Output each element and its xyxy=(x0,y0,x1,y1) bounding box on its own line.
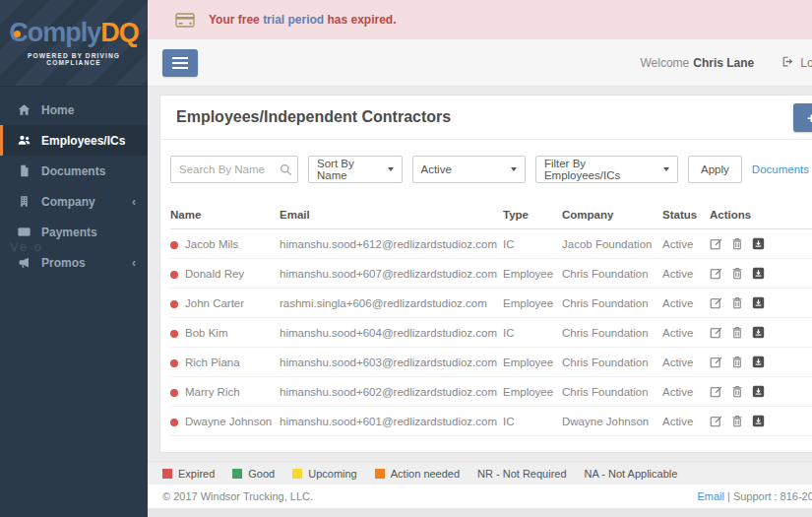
home-icon xyxy=(18,103,31,117)
sidebar-item-label: Company xyxy=(41,195,95,209)
sidebar: ComplyDQ POWERED BY DRIVING COMPLIANCE H… xyxy=(0,0,148,517)
brand-logo-dot xyxy=(14,31,21,37)
edit-icon[interactable] xyxy=(710,237,722,250)
legend-label: Expired xyxy=(178,468,215,480)
legend-label: Action needed xyxy=(391,468,460,480)
employee-email-cell: himanshu.sood+602@redlizardstudioz.com xyxy=(280,377,503,407)
status-select[interactable]: Active xyxy=(412,156,526,183)
employee-name-cell: John Carter xyxy=(170,289,280,318)
employee-name: Bob Kim xyxy=(185,327,227,339)
edit-icon[interactable] xyxy=(710,355,722,368)
employee-type-cell: Employee xyxy=(503,348,562,377)
employee-email-cell: himanshu.sood+601@redlizardstudioz.com xyxy=(280,407,503,436)
legend-expired: Expired xyxy=(162,468,215,480)
employee-email-cell: himanshu.sood+603@redlizardstudioz.com xyxy=(280,348,503,377)
card-header: Employees/Independent Contractors + xyxy=(160,96,812,140)
delete-icon[interactable] xyxy=(731,355,743,368)
footer-right: Email | Support : 816-200-758 xyxy=(697,490,812,502)
status-value: Active xyxy=(421,163,452,175)
trial-expired-banner: Your free trial period has expired. xyxy=(148,0,812,39)
sidebar-item-home[interactable]: Home xyxy=(0,95,148,125)
table-row: Rich Pianahimanshu.sood+603@redlizardstu… xyxy=(170,348,812,377)
employee-status-cell: Active xyxy=(662,407,710,436)
sidebar-item-promos[interactable]: Promos ‹ xyxy=(0,247,148,278)
sidebar-item-payments[interactable]: Payments xyxy=(0,217,148,247)
edit-icon[interactable] xyxy=(710,296,722,309)
employee-name: John Carter xyxy=(185,297,244,309)
delete-icon[interactable] xyxy=(731,326,743,339)
sidebar-item-employees-ics[interactable]: Employees/ICs xyxy=(0,125,148,156)
archive-icon[interactable] xyxy=(752,296,765,309)
table-row: Marry Richhimanshu.sood+602@redlizardstu… xyxy=(170,377,812,407)
documents-link[interactable]: Documents xyxy=(752,163,809,175)
banner-text-post: has expired. xyxy=(324,13,396,27)
legend-action-needed: Action needed xyxy=(375,468,460,480)
employee-type-cell: IC xyxy=(503,407,562,436)
sidebar-toggle-button[interactable] xyxy=(162,49,198,77)
employee-name-cell: Rich Piana xyxy=(170,348,280,377)
legend-bar: Expired Good Upcoming Action needed NR -… xyxy=(148,461,812,485)
employee-company-cell: Dwayne Johnson xyxy=(562,407,662,436)
employee-type-cell: Employee xyxy=(503,377,562,407)
archive-icon[interactable] xyxy=(752,237,765,250)
employee-type-cell: Employee xyxy=(503,289,562,318)
archive-icon[interactable] xyxy=(752,385,765,398)
chevron-left-icon: ‹ xyxy=(132,256,136,270)
email-link[interactable]: Email xyxy=(697,490,724,502)
employee-company-cell: Chris Foundation xyxy=(562,348,662,377)
col-header-actions: Actions xyxy=(710,203,812,229)
credit-card-icon xyxy=(18,226,31,239)
col-header-name: Name xyxy=(170,203,280,229)
caret-down-icon xyxy=(511,167,517,171)
col-header-status: Status xyxy=(662,203,710,229)
apply-button[interactable]: Apply xyxy=(688,156,742,183)
user-name: Chris Lane xyxy=(693,56,754,70)
type-filter-select[interactable]: Filter By Employees/ICs xyxy=(535,156,678,183)
building-icon xyxy=(18,195,31,209)
employee-status-cell: Active xyxy=(662,259,710,289)
employee-status-cell: Active xyxy=(662,377,710,407)
edit-icon[interactable] xyxy=(710,267,722,280)
sort-by-select[interactable]: Sort By Name xyxy=(308,156,403,183)
search-icon xyxy=(280,162,292,180)
employee-type-cell: IC xyxy=(503,318,562,348)
good-color-swatch xyxy=(232,469,242,479)
delete-icon[interactable] xyxy=(731,296,743,309)
sidebar-item-company[interactable]: Company ‹ xyxy=(0,186,148,217)
edit-icon[interactable] xyxy=(710,326,722,339)
employees-card: Employees/Independent Contractors + Sort… xyxy=(159,95,812,453)
logout-button[interactable]: Logout xyxy=(781,55,812,71)
search-wrap xyxy=(170,156,298,183)
employee-name: Jacob Mils xyxy=(185,238,238,250)
status-dot-icon xyxy=(170,359,178,367)
sidebar-item-documents[interactable]: Documents xyxy=(0,156,148,186)
employee-actions-cell xyxy=(710,407,812,436)
archive-icon[interactable] xyxy=(752,267,765,280)
edit-icon[interactable] xyxy=(710,385,722,398)
brand-tagline: POWERED BY DRIVING COMPLIANCE xyxy=(0,52,148,66)
edit-icon[interactable] xyxy=(710,415,722,427)
archive-icon[interactable] xyxy=(752,415,765,427)
delete-icon[interactable] xyxy=(731,415,743,427)
archive-icon[interactable] xyxy=(752,326,765,339)
employee-name: Dwayne Johnson xyxy=(185,416,272,427)
trial-period-link[interactable]: trial period xyxy=(263,13,324,27)
employee-status-cell: Active xyxy=(662,318,710,348)
brand-logo[interactable]: ComplyDQ POWERED BY DRIVING COMPLIANCE xyxy=(0,0,148,87)
sidebar-item-label: Employees/ICs xyxy=(41,134,125,148)
delete-icon[interactable] xyxy=(731,267,743,280)
archive-icon[interactable] xyxy=(752,355,765,368)
status-dot-icon xyxy=(170,300,178,308)
sort-by-value: Sort By Name xyxy=(317,158,388,181)
sidebar-item-label: Home xyxy=(41,103,74,117)
brand-name-primary: Comply xyxy=(9,18,100,47)
copyright-text: © 2017 Windsor Trucking, LLC. xyxy=(162,490,313,502)
table-header-row: Name Email Type Company Status Actions xyxy=(170,203,812,229)
add-employee-button[interactable]: + xyxy=(793,103,812,132)
app-window: ComplyDQ POWERED BY DRIVING COMPLIANCE H… xyxy=(0,0,812,517)
brand-name-accent: DQ xyxy=(100,18,139,47)
delete-icon[interactable] xyxy=(731,237,743,250)
delete-icon[interactable] xyxy=(731,385,743,398)
employee-name-cell: Dwayne Johnson xyxy=(170,407,280,436)
col-header-company: Company xyxy=(562,203,662,229)
